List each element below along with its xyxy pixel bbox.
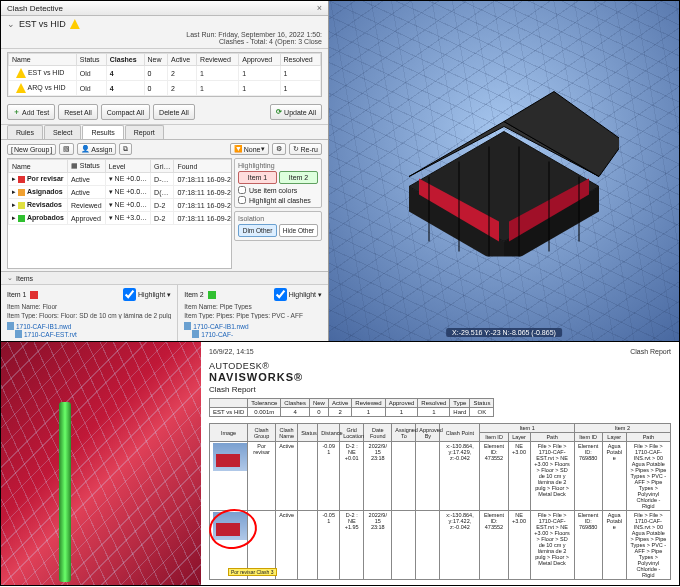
clash-thumbnail-annotated [213,512,247,540]
warning-icon [70,19,80,29]
table-row[interactable]: ▸ AsignadosActive▾ NE +0.0…D(…07:18:11 1… [9,186,233,199]
3d-viewport[interactable]: X:-29.516 Y:-23 N:-8.065 (-0.865) [329,1,679,341]
table-row[interactable]: ▸ RevisadosReviewed▾ NE +0.0…D-207:18:11… [9,199,233,212]
coordinates-readout: X:-29.516 Y:-23 N:-8.065 (-0.865) [446,328,562,337]
chevron-down-icon[interactable]: ⌄ [7,19,15,29]
delete-all-button[interactable]: Delete All [153,104,195,120]
item2-color-icon [208,291,216,299]
reset-all-button[interactable]: Reset All [58,104,98,120]
summary-table: ToleranceClashesNewActiveReviewedApprove… [209,398,494,417]
table-row: Por revisarActive-0.091D-2 : NE +0.01202… [210,442,671,511]
highlight-item2-toggle[interactable]: Item 2 [279,171,318,184]
warning-icon [16,68,26,78]
tests-table: Name Status Clashes New Active Reviewed … [7,52,322,97]
split-button[interactable]: ⧉ [119,143,132,155]
document-icon [7,322,14,330]
use-item-colors-checkbox[interactable]: Use item colors [238,186,318,194]
isolation-group: Isolation Dim Other Hide Other [234,211,322,241]
document-icon [15,330,22,338]
item1-highlight-checkbox[interactable] [123,288,136,301]
report-date: 16/9/22, 14:15 [209,348,630,355]
add-test-button[interactable]: ＋Add Test [7,104,55,120]
tree-item[interactable]: 1710-CAF-EST.rvt [7,330,171,338]
building-model [389,67,619,257]
clash-report-document: 16/9/22, 14:15 Clash Report AUTODESK®NAV… [201,342,679,585]
document-icon [184,322,191,330]
test-summary-header: ⌄ EST vs HID Last Run: Friday, September… [1,16,328,49]
clashing-pipe [59,402,71,582]
compact-all-button[interactable]: Compact All [101,104,150,120]
flag-icon [18,215,25,222]
update-all-button[interactable]: ⟳Update All [270,104,322,120]
group-button[interactable]: ▧ [59,143,74,155]
assign-button[interactable]: 👤 Assign [77,143,116,155]
tab-rules[interactable]: Rules [7,125,43,139]
new-group-button[interactable]: [ New Group ] [7,144,56,155]
wireframe-overlay [1,342,201,585]
table-row: Por revisar Clash 3 Active-0.051D-2 : NE… [210,511,671,580]
clash-totals: Clashes - Total: 4 (Open: 3 Close [7,38,322,45]
flag-icon [18,176,25,183]
close-icon[interactable]: × [317,3,322,13]
flag-icon [18,202,25,209]
tree-item[interactable]: 1710-CAF-IB1.nwd [7,322,171,330]
highlight-all-clashes-checkbox[interactable]: Highlight all clashes [238,196,318,204]
highlighting-group: Highlighting Item 1 Item 2 Use item colo… [234,158,322,208]
tab-results[interactable]: Results [82,125,123,139]
filter-button[interactable]: ⚙ [272,143,286,155]
tab-select[interactable]: Select [44,125,81,139]
results-table: Name ▦ Status Level Gri… Found Appr ▸ Po… [7,158,232,269]
annotation-label: Por revisar Clash 3 [228,568,277,576]
tree-item[interactable]: 1710-CAF-IB1.nwd [184,322,322,330]
test-name: EST vs HID [19,19,66,29]
table-row[interactable]: ARQ vs HID Old 4 0 2 1 1 1 [9,81,321,96]
refresh-icon: ⟳ [276,108,282,116]
warning-icon [16,83,26,93]
items-section-header[interactable]: ⌄ Items [1,271,328,284]
tree-item[interactable]: 1710-CAF- [184,330,322,338]
hide-other-button[interactable]: Hide Other [279,224,318,237]
rerun-button[interactable]: ↻ Re-ru [289,143,322,155]
window-title: Clash Detective [7,4,63,13]
report-heading: Clash Report [209,385,671,394]
results-tabs: Rules Select Results Report [1,125,328,140]
detail-table: ImageClash GroupClash NameStatusDistance… [209,423,671,580]
table-row[interactable]: EST vs HID Old 4 0 2 1 1 1 [9,66,321,81]
clash-detective-panel: Clash Detective × ⌄ EST vs HID Last Run:… [1,1,329,341]
item1-panel: Item 1 Highlight ▾ Item Name: Floor Item… [1,285,178,341]
plus-icon: ＋ [13,107,20,117]
highlight-item1-toggle[interactable]: Item 1 [238,171,277,184]
item1-color-icon [30,291,38,299]
flag-icon [18,189,25,196]
window-titlebar: Clash Detective × [1,1,328,16]
item2-highlight-checkbox[interactable] [274,288,287,301]
table-row[interactable]: ▸ AprobadosApproved▾ NE +3.0…D-207:18:11… [9,212,233,225]
dim-other-button[interactable]: Dim Other [238,224,277,237]
filter-none-button[interactable]: 🔽 None ▾ [230,143,270,155]
clash-thumbnail [213,443,247,471]
document-icon [192,330,199,338]
table-row[interactable]: ▸ Por revisarActive▾ NE +0.0…D-…07:18:11… [9,173,233,186]
item2-panel: Item 2 Highlight ▾ Item Name: Pipe Types… [178,285,328,341]
tab-report[interactable]: Report [125,125,164,139]
table-row: EST vs HID0.001m402111HardOK [210,408,494,417]
clash-closeup-view[interactable] [1,342,201,585]
report-title-right: Clash Report [630,348,671,355]
chevron-down-icon: ⌄ [7,274,13,282]
